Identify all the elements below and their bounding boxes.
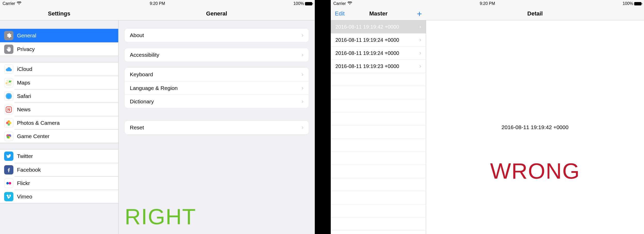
- svg-point-13: [7, 136, 9, 138]
- master-row-empty: [331, 139, 426, 152]
- master-row-empty: [331, 73, 426, 86]
- sidebar-title: Settings: [48, 10, 70, 17]
- battery-icon: [305, 2, 312, 5]
- edit-button[interactable]: Edit: [331, 7, 349, 20]
- sidebar-item-maps[interactable]: Maps: [14, 76, 118, 89]
- plus-icon: +: [417, 9, 422, 18]
- master-row[interactable]: 2016-08-11 19:19:23 +0000›: [331, 60, 426, 73]
- sidebar-item-label: iCloud: [17, 66, 114, 72]
- chevron-right-icon: ›: [302, 52, 303, 58]
- cell-keyboard[interactable]: Keyboard›: [125, 68, 309, 81]
- status-time: 9:20 PM: [331, 1, 644, 6]
- master-row[interactable]: 2016-08-11 19:19:42 +0000›: [331, 20, 426, 34]
- sidebar-item-twitter[interactable]: Twitter: [0, 149, 118, 163]
- master-row-empty: [331, 112, 426, 126]
- sidebar-item-vimeo[interactable]: Vimeo: [14, 190, 118, 203]
- divider-gap: [315, 0, 331, 234]
- right-ipad: Carrier 9:20 PM 100% Edit Master + Detai…: [331, 0, 644, 234]
- general-detail[interactable]: About›Accessibility›Keyboard›Language & …: [118, 20, 315, 234]
- sidebar-item-general[interactable]: General: [0, 29, 118, 42]
- sidebar-item-label: Safari: [17, 93, 114, 99]
- master-row-empty: [331, 126, 426, 139]
- status-bar: Carrier 9:20 PM 100%: [331, 0, 644, 7]
- hand-icon: [4, 45, 13, 54]
- carrier-label: Carrier: [333, 1, 346, 6]
- chevron-right-icon: ›: [302, 32, 303, 39]
- cell-language-region[interactable]: Language & Region›: [125, 81, 309, 95]
- cell-label: Language & Region: [130, 85, 302, 91]
- sidebar-item-photos-camera[interactable]: Photos & Camera: [14, 116, 118, 129]
- wifi-icon: [17, 1, 21, 6]
- twitter-icon: [4, 152, 13, 161]
- sidebar-item-label: Photos & Camera: [17, 120, 114, 126]
- chevron-right-icon: ›: [302, 98, 303, 105]
- master-row-empty: [331, 178, 426, 191]
- wifi-icon: [348, 1, 352, 6]
- master-row-empty: [331, 86, 426, 99]
- carrier-label: Carrier: [3, 1, 15, 6]
- status-time: 9:20 PM: [0, 1, 315, 6]
- master-row-empty: [331, 152, 426, 165]
- detail-pane: 2016-08-11 19:19:42 +0000 WRONG: [426, 20, 644, 234]
- master-title: Master: [369, 10, 388, 17]
- sidebar-item-label: Privacy: [17, 46, 114, 52]
- svg-point-14: [6, 182, 9, 184]
- battery-percent: 100%: [293, 1, 304, 6]
- news-icon: [4, 105, 13, 114]
- gamecenter-icon: [4, 132, 13, 141]
- chevron-right-icon: ›: [302, 85, 303, 91]
- battery-percent: 100%: [623, 1, 633, 6]
- vimeo-icon: [4, 192, 13, 201]
- master-row-empty: [331, 191, 426, 204]
- safari-icon: [4, 91, 13, 101]
- left-ipad: Carrier 9:20 PM 100% Settings General: [0, 0, 315, 234]
- master-row-label: 2016-08-11 19:19:24 +0000: [335, 37, 419, 43]
- svg-point-1: [9, 80, 11, 82]
- sidebar-item-label: Maps: [17, 80, 114, 86]
- master-row-empty: [331, 99, 426, 112]
- detail-title: General: [206, 10, 227, 17]
- master-row-label: 2016-08-11 19:19:24 +0000: [335, 50, 419, 56]
- flickr-icon: [4, 179, 13, 188]
- gear-icon: [4, 31, 13, 40]
- chevron-right-icon: ›: [419, 50, 421, 56]
- master-row-empty: [331, 165, 426, 178]
- cell-accessibility[interactable]: Accessibility›: [125, 48, 309, 62]
- cell-reset[interactable]: Reset›: [125, 121, 309, 134]
- detail-title: Detail: [527, 10, 543, 17]
- add-button[interactable]: +: [413, 7, 426, 20]
- detail-navbar: General: [118, 7, 315, 20]
- sidebar-item-facebook[interactable]: Facebook: [14, 163, 118, 176]
- sidebar-item-label: General: [17, 32, 114, 39]
- master-row-label: 2016-08-11 19:19:23 +0000: [335, 63, 419, 69]
- sidebar-item-privacy[interactable]: Privacy: [14, 42, 118, 56]
- cell-about[interactable]: About›: [125, 29, 309, 42]
- detail-value: 2016-08-11 19:19:42 +0000: [502, 124, 569, 130]
- cell-label: Dictionary: [130, 98, 302, 105]
- maps-icon: [4, 78, 13, 87]
- sidebar-item-label: Game Center: [17, 133, 114, 139]
- chevron-right-icon: ›: [419, 23, 421, 30]
- sidebar-navbar: Settings: [0, 7, 118, 20]
- chevron-right-icon: ›: [419, 37, 421, 43]
- settings-sidebar[interactable]: GeneralPrivacyiCloudMapsSafariNewsPhotos…: [0, 20, 118, 234]
- cell-dictionary[interactable]: Dictionary›: [125, 95, 309, 108]
- sidebar-item-safari[interactable]: Safari: [14, 89, 118, 103]
- sidebar-item-label: Twitter: [17, 153, 114, 159]
- facebook-icon: [4, 165, 13, 174]
- sidebar-item-label: Facebook: [17, 167, 114, 173]
- cell-label: Reset: [130, 124, 302, 131]
- sidebar-item-news[interactable]: News: [14, 103, 118, 116]
- sidebar-item-game-center[interactable]: Game Center: [14, 129, 118, 143]
- master-row[interactable]: 2016-08-11 19:19:24 +0000›: [331, 47, 426, 60]
- master-list[interactable]: 2016-08-11 19:19:42 +0000›2016-08-11 19:…: [331, 20, 426, 234]
- sidebar-item-label: News: [17, 106, 114, 113]
- master-row-label: 2016-08-11 19:19:42 +0000: [335, 24, 419, 30]
- svg-point-9: [6, 122, 9, 124]
- battery-icon: [634, 2, 641, 5]
- sidebar-item-flickr[interactable]: Flickr: [14, 176, 118, 190]
- icloud-icon: [4, 64, 13, 74]
- master-row[interactable]: 2016-08-11 19:19:24 +0000›: [331, 34, 426, 47]
- cell-label: About: [130, 32, 302, 38]
- sidebar-item-icloud[interactable]: iCloud: [0, 62, 118, 76]
